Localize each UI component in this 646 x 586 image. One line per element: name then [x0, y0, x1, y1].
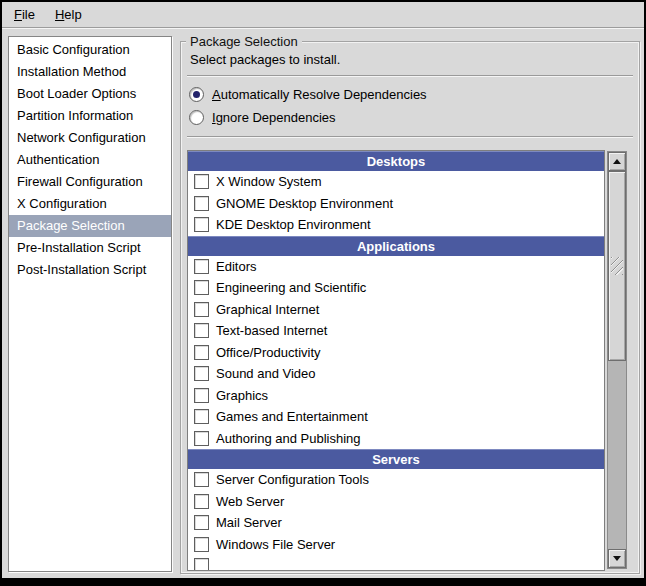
- package-row-authoring-and-publishing[interactable]: Authoring and Publishing: [188, 428, 604, 450]
- scroll-down-button[interactable]: [608, 549, 626, 568]
- package-group-list: DesktopsX Window SystemGNOME Desktop Env…: [187, 150, 605, 571]
- checkbox-icon[interactable]: [194, 217, 209, 232]
- sidebar-item-firewall-configuration[interactable]: Firewall Configuration: [9, 171, 171, 193]
- scrollbar-grip-icon: [611, 257, 623, 275]
- sidebar-item-installation-method[interactable]: Installation Method: [9, 61, 171, 83]
- radio-label: Ignore Dependencies: [212, 110, 336, 125]
- sidebar-item-basic-configuration[interactable]: Basic Configuration: [9, 39, 171, 61]
- checkbox-icon[interactable]: [194, 259, 209, 274]
- package-row-kde-desktop-environment[interactable]: KDE Desktop Environment: [188, 214, 604, 236]
- checkbox-icon[interactable]: [194, 366, 209, 381]
- accel-letter: F: [14, 7, 22, 22]
- package-row-windows-file-server[interactable]: Windows File Server: [188, 534, 604, 556]
- radio-automatically-resolve-dependencies[interactable]: Automatically Resolve Dependencies: [189, 84, 427, 104]
- package-label: Sound and Video: [216, 366, 316, 381]
- label-rest: elp: [64, 7, 81, 22]
- package-label: Text-based Internet: [216, 323, 327, 338]
- sidebar-item-post-installation-script[interactable]: Post-Installation Script: [9, 259, 171, 281]
- package-label: Office/Productivity: [216, 345, 321, 360]
- vertical-scrollbar[interactable]: [607, 151, 627, 569]
- package-row-games-and-entertainment[interactable]: Games and Entertainment: [188, 406, 604, 428]
- scroll-down-icon: [613, 556, 621, 561]
- checkbox-icon[interactable]: [194, 345, 209, 360]
- sidebar-section-list: Basic ConfigurationInstallation MethodBo…: [8, 36, 172, 572]
- kickstart-configurator-window: FileHelp Basic ConfigurationInstallation…: [2, 2, 644, 578]
- package-label: KDE Desktop Environment: [216, 217, 371, 232]
- radio-label: Automatically Resolve Dependencies: [212, 87, 427, 102]
- checkbox-icon[interactable]: [194, 388, 209, 403]
- package-label: Editors: [216, 259, 256, 274]
- checkbox-icon[interactable]: [194, 174, 209, 189]
- scrollbar-thumb[interactable]: [608, 171, 626, 361]
- menu-item-file[interactable]: File: [4, 2, 45, 27]
- sidebar-item-partition-information[interactable]: Partition Information: [9, 105, 171, 127]
- package-label: Authoring and Publishing: [216, 431, 361, 446]
- radio-ignore-dependencies[interactable]: Ignore Dependencies: [189, 107, 336, 127]
- checkbox-icon[interactable]: [194, 558, 209, 571]
- package-row-gnome-desktop-environment[interactable]: GNOME Desktop Environment: [188, 193, 604, 215]
- package-row-engineering-and-scientific[interactable]: Engineering and Scientific: [188, 277, 604, 299]
- checkbox-icon[interactable]: [194, 302, 209, 317]
- sidebar-item-pre-installation-script[interactable]: Pre-Installation Script: [9, 237, 171, 259]
- scroll-up-button[interactable]: [608, 152, 626, 171]
- checkbox-icon[interactable]: [194, 472, 209, 487]
- accel-letter: A: [212, 87, 221, 102]
- package-row-graphics[interactable]: Graphics: [188, 385, 604, 407]
- package-label: Windows File Server: [216, 537, 335, 552]
- radio-button-icon[interactable]: [189, 110, 204, 125]
- separator: [187, 75, 633, 77]
- package-group-header-applications: Applications: [188, 236, 604, 256]
- checkbox-icon[interactable]: [194, 280, 209, 295]
- separator: [187, 136, 633, 138]
- package-label: Web Server: [216, 494, 284, 509]
- package-row-web-server[interactable]: Web Server: [188, 491, 604, 513]
- package-row-office-productivity[interactable]: Office/Productivity: [188, 342, 604, 364]
- checkbox-icon[interactable]: [194, 537, 209, 552]
- checkbox-icon[interactable]: [194, 515, 209, 530]
- radio-button-icon[interactable]: [189, 87, 204, 102]
- description-text: Select packages to install.: [190, 52, 340, 67]
- package-selection-frame: Package Selection Select packages to ins…: [180, 41, 640, 574]
- sidebar-item-authentication[interactable]: Authentication: [9, 149, 171, 171]
- checkbox-icon[interactable]: [194, 494, 209, 509]
- sidebar-item-network-configuration[interactable]: Network Configuration: [9, 127, 171, 149]
- package-row-text-based-internet[interactable]: Text-based Internet: [188, 320, 604, 342]
- package-row-sound-and-video[interactable]: Sound and Video: [188, 363, 604, 385]
- label-rest: ile: [22, 7, 35, 22]
- package-label: Mail Server: [216, 515, 282, 530]
- checkbox-icon[interactable]: [194, 409, 209, 424]
- package-label: Graphics: [216, 388, 268, 403]
- sidebar-item-boot-loader-options[interactable]: Boot Loader Options: [9, 83, 171, 105]
- package-label: Graphical Internet: [216, 302, 319, 317]
- package-row-x-window-system[interactable]: X Window System: [188, 171, 604, 193]
- package-label: X Window System: [216, 174, 321, 189]
- checkbox-icon[interactable]: [194, 196, 209, 211]
- label-rest: gnore Dependencies: [216, 110, 336, 125]
- package-label: Games and Entertainment: [216, 409, 368, 424]
- sidebar-item-package-selection[interactable]: Package Selection: [9, 215, 171, 237]
- package-row-partial[interactable]: [188, 555, 604, 571]
- package-label: Server Configuration Tools: [216, 472, 369, 487]
- package-row-server-configuration-tools[interactable]: Server Configuration Tools: [188, 469, 604, 491]
- scroll-up-icon: [613, 159, 621, 164]
- accel-letter: H: [55, 7, 64, 22]
- checkbox-icon[interactable]: [194, 323, 209, 338]
- label-rest: utomatically Resolve Dependencies: [221, 87, 427, 102]
- package-label: Engineering and Scientific: [216, 280, 366, 295]
- package-row-graphical-internet[interactable]: Graphical Internet: [188, 299, 604, 321]
- package-label: GNOME Desktop Environment: [216, 196, 393, 211]
- package-group-header-servers: Servers: [188, 449, 604, 469]
- checkbox-icon[interactable]: [194, 431, 209, 446]
- sidebar-item-x-configuration[interactable]: X Configuration: [9, 193, 171, 215]
- menu-item-help[interactable]: Help: [45, 2, 92, 27]
- package-group-header-desktops: Desktops: [188, 151, 604, 171]
- frame-title: Package Selection: [186, 34, 302, 49]
- menu-bar: FileHelp: [2, 2, 644, 28]
- package-row-editors[interactable]: Editors: [188, 256, 604, 278]
- package-row-mail-server[interactable]: Mail Server: [188, 512, 604, 534]
